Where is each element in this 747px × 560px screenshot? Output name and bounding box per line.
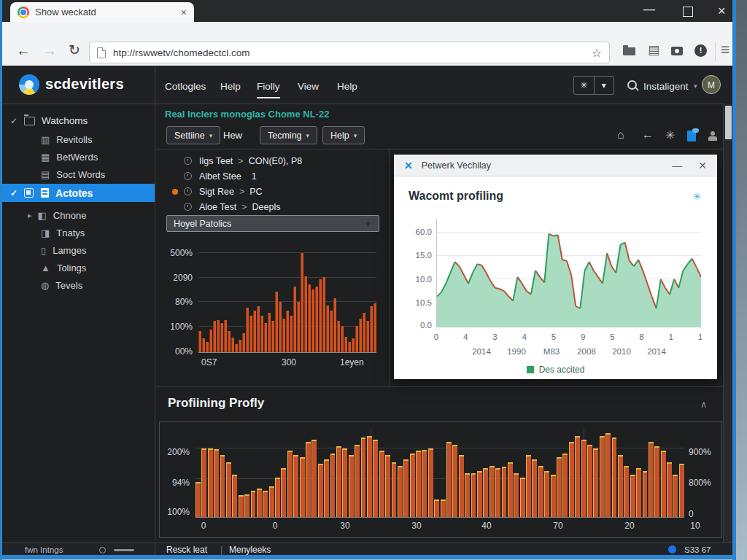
menu-item-help2[interactable]: Help	[337, 81, 357, 92]
y-axis-label-left: 200%	[162, 447, 190, 457]
sidebar-item-actotes-selected[interactable]: ✓ Actotes	[0, 184, 155, 202]
y-axis-label: 60.0	[404, 228, 432, 236]
collapse-chevron-icon[interactable]: ∧	[700, 399, 708, 410]
status-resck-label[interactable]: Resck leat	[166, 545, 207, 555]
clock-icon	[184, 172, 192, 180]
menu-item-fiolly-active[interactable]: Fiolly	[257, 81, 280, 98]
sidebar-item-betwerds[interactable]: ▦ BetWerds	[41, 152, 98, 163]
settiine-dropdown-button[interactable]: Settiine ▾	[166, 126, 220, 144]
bottom-bar-chart	[196, 429, 684, 518]
check-icon: ✓	[10, 188, 18, 198]
toolbar-divider	[715, 42, 716, 61]
window-border	[0, 555, 736, 559]
camera-icon[interactable]	[671, 47, 683, 55]
info-icon[interactable]: !	[694, 44, 707, 57]
home-icon[interactable]: ⌂	[617, 128, 624, 141]
search-icon[interactable]	[627, 80, 637, 90]
clock-icon	[184, 187, 192, 195]
page-title-link[interactable]: Real Inclers monoglas Chome NL-22	[165, 109, 329, 120]
app-logo-text[interactable]: scdevitlers	[45, 76, 124, 93]
back-arrow-icon[interactable]: ←	[642, 128, 654, 141]
task-row[interactable]: Albet Stee 1	[172, 168, 384, 184]
sparkle-icon[interactable]: ✳	[693, 191, 701, 202]
sidebar-item-soctwords[interactable]: ▤ Soct Words	[41, 169, 105, 180]
bug-icon[interactable]: ✳	[574, 77, 594, 94]
window-minimize-button[interactable]: —	[643, 3, 655, 16]
left-bar-chart	[198, 248, 376, 353]
browser-titlebar: Show weckatd × — ×	[0, 0, 736, 22]
chart-legend: Des accited	[394, 365, 717, 375]
y-axis-label-right: 900%	[689, 447, 716, 457]
tab-close-icon[interactable]: ×	[181, 7, 187, 18]
back-button[interactable]: ←	[16, 42, 31, 59]
button-label: Tecming	[268, 131, 302, 141]
header-divider	[155, 66, 155, 104]
sidebar-item-tnatys[interactable]: ◨ Tnatys	[41, 228, 85, 238]
app-logo-icon[interactable]	[19, 74, 39, 95]
sidebar-item-chnone[interactable]: ▸ ◧ Chnone	[28, 210, 86, 221]
reload-button[interactable]: ↻	[69, 42, 80, 58]
tecming-dropdown-button[interactable]: Tecming ▾	[260, 126, 317, 144]
window-border	[0, 0, 2, 560]
petwerk-titlebar[interactable]: ✕ Petwerk Vechilay — ✕	[394, 155, 717, 176]
tab-title: Show weckatd	[35, 7, 181, 18]
y-axis-label-left: 100%	[162, 507, 190, 517]
window-maximize-button[interactable]	[683, 7, 693, 17]
task-value: Deepls	[252, 202, 281, 212]
task-row-active[interactable]: Sigt Ree > PC	[172, 184, 384, 199]
status-menyleeks-label[interactable]: Menyleeks	[229, 545, 271, 555]
scrollbar-thumb[interactable]	[725, 106, 732, 139]
folder-icon[interactable]	[623, 47, 635, 55]
sidebar-item-label: Tnatys	[56, 228, 85, 238]
sidebar-item-tevels[interactable]: ◍ Tevels	[41, 280, 82, 291]
hew-menu-item[interactable]: Hew	[223, 130, 242, 141]
sidebar-item-revitolls[interactable]: ▥ Revitolls	[41, 134, 92, 145]
header-split-button[interactable]: ✳ ▾	[573, 76, 614, 95]
status-blue-dot-icon	[668, 545, 676, 553]
scrollbar[interactable]	[723, 104, 732, 542]
panel-minimize-button[interactable]: —	[672, 160, 682, 171]
menu-item-cotlogles[interactable]: Cotlogles	[165, 81, 206, 92]
panel-close-button[interactable]: ✕	[698, 160, 707, 171]
task-row[interactable]: Aloe Test > Deepls	[172, 199, 384, 214]
checkbox-icon[interactable]	[24, 188, 34, 198]
task-separator: >	[238, 156, 243, 166]
split-caret-icon[interactable]: ▾	[594, 77, 614, 94]
x-axis-tick: 1	[664, 332, 678, 341]
status-circle-icon[interactable]	[99, 547, 106, 553]
url-bar[interactable]: htp://rswwetv/chomedectcl.com ☆	[89, 42, 610, 63]
search-caret-icon[interactable]: ▾	[694, 82, 697, 90]
menu-item-view[interactable]: View	[298, 81, 319, 92]
help-dropdown-button[interactable]: Help ▾	[322, 126, 365, 144]
bar-series	[198, 248, 376, 352]
sidebar-item-lamges[interactable]: ▯ Lamges	[41, 245, 86, 256]
status-right-value: S33 67	[684, 545, 711, 554]
forward-button[interactable]: →	[42, 42, 57, 59]
bookmark-star-icon[interactable]: ☆	[592, 46, 602, 60]
status-pipe: |	[220, 545, 222, 555]
browser-menu-icon[interactable]: ≡	[721, 41, 729, 58]
avatar[interactable]: M	[702, 75, 721, 94]
x-axis-label: 300	[282, 357, 296, 368]
cloud-document-icon[interactable]	[687, 131, 696, 141]
person-icon[interactable]	[708, 131, 718, 141]
x-axis-year: 2008	[570, 347, 603, 356]
browser-tab[interactable]: Show weckatd ×	[10, 2, 194, 22]
bottom-panel-heading: Profiining Profly	[168, 396, 264, 411]
task-row[interactable]: Ilgs Teet > CON(E0), P8	[172, 153, 384, 168]
search-label[interactable]: Instaligent	[643, 81, 689, 92]
sidebar-item-tolings[interactable]: ▲ Tolings	[41, 262, 86, 273]
status-slider[interactable]	[114, 549, 134, 551]
sidebar-item-watchoms[interactable]: ✓ Watchoms	[10, 115, 88, 126]
menu-item-help1[interactable]: Help	[220, 81, 241, 92]
pinwheel-icon[interactable]: ✳	[665, 128, 675, 142]
window-close-button[interactable]: ×	[718, 4, 726, 19]
column-divider	[389, 149, 390, 386]
expand-arrow-icon[interactable]: ▸	[28, 211, 32, 220]
hoyel-patolics-select[interactable]: Hoyel Patolics ▼	[166, 215, 379, 232]
task-label: Albet Stee	[199, 171, 241, 182]
url-text[interactable]: htp://rswwetv/chomedectcl.com	[113, 47, 592, 58]
globe-icon: ◍	[41, 280, 49, 291]
extensions-grid-icon[interactable]: ▤	[648, 42, 659, 58]
legend-swatch	[527, 366, 534, 373]
